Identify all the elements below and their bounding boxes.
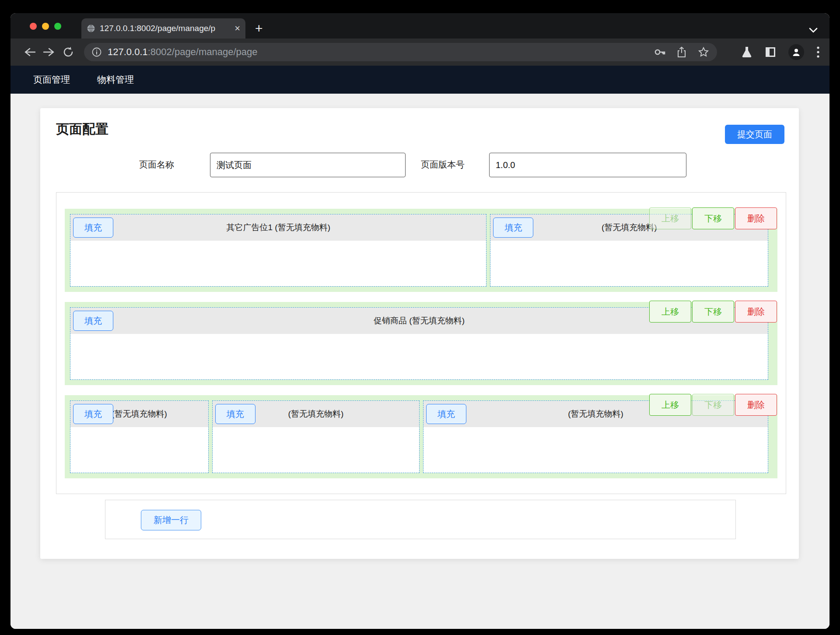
column-header: 填充(暂无填充物料) bbox=[213, 401, 419, 427]
browser-window: 127.0.0.1:8002/page/manage/p × + 127.0.0… bbox=[10, 13, 830, 629]
page-version-label: 页面版本号 bbox=[421, 159, 465, 171]
tab-strip: 127.0.0.1:8002/page/manage/p × + bbox=[10, 13, 830, 39]
fill-button[interactable]: 填充 bbox=[426, 404, 466, 424]
back-button[interactable] bbox=[20, 47, 39, 57]
url-text: 127.0.0.1:8002/page/manage/page bbox=[108, 46, 648, 58]
chevron-down-icon[interactable] bbox=[808, 27, 818, 33]
column-title: (暂无填充物料) bbox=[112, 408, 167, 420]
bookmark-star-icon[interactable] bbox=[698, 46, 709, 58]
column-body bbox=[213, 427, 419, 473]
key-icon[interactable] bbox=[654, 47, 665, 57]
add-row-box: 新增一行 bbox=[105, 500, 736, 539]
move-up-button[interactable]: 上移 bbox=[649, 207, 691, 229]
fill-button[interactable]: 填充 bbox=[73, 311, 113, 331]
move-up-button[interactable]: 上移 bbox=[649, 394, 691, 416]
nav-material-manage[interactable]: 物料管理 bbox=[97, 74, 134, 86]
column-body bbox=[70, 427, 208, 473]
column-body bbox=[70, 241, 486, 286]
sidebar-toggle-icon[interactable] bbox=[765, 46, 776, 58]
fill-button[interactable]: 填充 bbox=[73, 404, 113, 424]
page-version-input[interactable] bbox=[489, 153, 686, 177]
delete-button[interactable]: 删除 bbox=[735, 394, 777, 416]
move-up-button[interactable]: 上移 bbox=[649, 301, 691, 323]
column-title: 其它广告位1 (暂无填充物料) bbox=[226, 222, 330, 233]
move-down-button[interactable]: 下移 bbox=[692, 394, 734, 416]
move-down-button[interactable]: 下移 bbox=[692, 207, 734, 229]
profile-avatar[interactable] bbox=[788, 44, 804, 60]
row-column: 填充(暂无填充物料) bbox=[212, 400, 420, 473]
column-title: 促销商品 (暂无填充物料) bbox=[374, 315, 465, 326]
row-actions: 上移下移删除 bbox=[648, 301, 777, 323]
rows-container: 上移下移删除填充其它广告位1 (暂无填充物料)填充(暂无填充物料)上移下移删除填… bbox=[56, 192, 786, 494]
column-title: (暂无填充物料) bbox=[568, 408, 623, 420]
row-column: 填充其它广告位1 (暂无填充物料) bbox=[70, 214, 486, 287]
share-icon[interactable] bbox=[677, 46, 686, 58]
config-card: 页面配置 提交页面 页面名称 页面版本号 上移下移删除填充其它广告位1 (暂无填… bbox=[40, 108, 799, 559]
address-bar[interactable]: 127.0.0.1:8002/page/manage/page bbox=[84, 43, 717, 61]
browser-tab[interactable]: 127.0.0.1:8002/page/manage/p × bbox=[81, 18, 245, 39]
page-row: 上移下移删除填充促销商品 (暂无填充物料) bbox=[65, 302, 777, 385]
column-title: (暂无填充物料) bbox=[288, 408, 344, 420]
page-name-label: 页面名称 bbox=[139, 159, 174, 171]
column-header: 填充(暂无填充物料) bbox=[70, 401, 208, 427]
info-icon[interactable] bbox=[92, 47, 102, 57]
row-actions: 上移下移删除 bbox=[648, 394, 777, 416]
reload-button[interactable] bbox=[59, 46, 78, 58]
globe-icon bbox=[87, 24, 95, 33]
forward-button[interactable] bbox=[39, 47, 59, 57]
zoom-window-button[interactable] bbox=[54, 23, 61, 30]
row-actions: 上移下移删除 bbox=[648, 207, 777, 229]
column-body bbox=[424, 427, 768, 473]
flask-icon[interactable] bbox=[741, 46, 752, 58]
page-title: 页面配置 bbox=[56, 120, 108, 138]
nav-page-manage[interactable]: 页面管理 bbox=[33, 74, 70, 86]
fill-button[interactable]: 填充 bbox=[73, 218, 113, 238]
fill-button[interactable]: 填充 bbox=[215, 404, 256, 424]
add-row-button[interactable]: 新增一行 bbox=[141, 510, 201, 530]
page-content: 页面配置 提交页面 页面名称 页面版本号 上移下移删除填充其它广告位1 (暂无填… bbox=[10, 94, 830, 629]
window-controls bbox=[30, 23, 61, 30]
site-navbar: 页面管理 物料管理 bbox=[10, 66, 830, 94]
submit-page-button[interactable]: 提交页面 bbox=[725, 125, 784, 144]
column-header: 填充其它广告位1 (暂无填充物料) bbox=[70, 214, 486, 241]
new-tab-button[interactable]: + bbox=[255, 21, 263, 36]
page-row: 上移下移删除填充(暂无填充物料)填充(暂无填充物料)填充(暂无填充物料) bbox=[65, 395, 777, 478]
delete-button[interactable]: 删除 bbox=[735, 301, 777, 323]
delete-button[interactable]: 删除 bbox=[735, 207, 777, 229]
row-column: 填充(暂无填充物料) bbox=[70, 400, 209, 473]
minimize-window-button[interactable] bbox=[42, 23, 49, 30]
menu-kebab-icon[interactable] bbox=[816, 46, 820, 59]
page-row: 上移下移删除填充其它广告位1 (暂无填充物料)填充(暂无填充物料) bbox=[65, 209, 777, 292]
column-body bbox=[70, 334, 768, 379]
close-tab-icon[interactable]: × bbox=[234, 24, 240, 33]
browser-toolbar: 127.0.0.1:8002/page/manage/page bbox=[10, 39, 830, 66]
fill-button[interactable]: 填充 bbox=[493, 218, 533, 238]
tab-title: 127.0.0.1:8002/page/manage/p bbox=[100, 24, 230, 33]
page-name-input[interactable] bbox=[210, 153, 406, 177]
column-body bbox=[490, 241, 768, 286]
move-down-button[interactable]: 下移 bbox=[692, 301, 734, 323]
close-window-button[interactable] bbox=[30, 23, 37, 30]
